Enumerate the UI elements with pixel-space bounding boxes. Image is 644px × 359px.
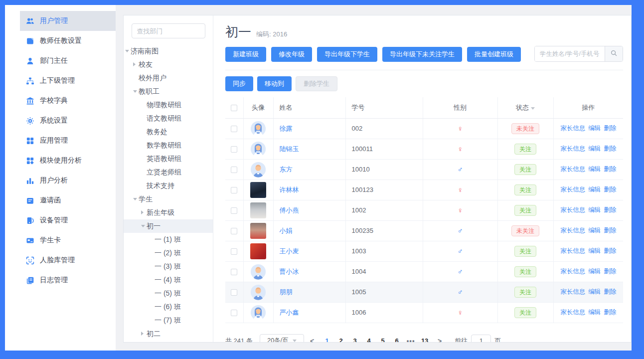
tree-node[interactable]: 一 (6) 班: [124, 300, 213, 314]
tree-node[interactable]: 学生: [124, 192, 213, 206]
student-name-link[interactable]: 朋朋: [280, 288, 293, 296]
edit-link[interactable]: 编辑: [588, 186, 601, 193]
row-checkbox[interactable]: [231, 248, 237, 255]
tree-node[interactable]: 一 (1) 班: [124, 233, 213, 246]
row-checkbox[interactable]: [231, 207, 237, 214]
tree-node[interactable]: 济南南图: [124, 44, 213, 58]
edit-link[interactable]: 编辑: [588, 125, 601, 132]
batch-create-class-button[interactable]: 批量创建班级: [467, 47, 521, 62]
parent-info-link[interactable]: 家长信息: [560, 206, 585, 213]
sidebar-item-apps[interactable]: 应用管理: [20, 131, 116, 151]
col-header-status[interactable]: 状态: [497, 97, 553, 118]
tree-node[interactable]: 一 (3) 班: [124, 260, 213, 273]
tree-node[interactable]: 一 (7) 班: [124, 314, 213, 327]
delete-link[interactable]: 删除: [604, 186, 616, 193]
tree-node[interactable]: 立贤老师组: [124, 166, 213, 179]
sidebar-item-assignment[interactable]: 教师任教设置: [20, 31, 116, 51]
tree-node[interactable]: 初三: [124, 341, 213, 342]
student-name-link[interactable]: 曹小冰: [280, 268, 299, 275]
student-name-link[interactable]: 徐露: [280, 125, 293, 132]
student-name-link[interactable]: 王小麦: [280, 247, 299, 255]
sidebar-item-school[interactable]: 学校字典: [20, 91, 116, 111]
page-number[interactable]: 2: [334, 337, 348, 342]
delete-link[interactable]: 删除: [604, 309, 616, 316]
tree-node[interactable]: 英语教研组: [124, 152, 213, 166]
page-number[interactable]: 4: [362, 337, 376, 342]
tree-node[interactable]: 校友: [124, 58, 213, 71]
delete-link[interactable]: 删除: [604, 166, 616, 173]
row-checkbox[interactable]: [231, 269, 237, 275]
edit-link[interactable]: 编辑: [588, 227, 601, 234]
edit-link[interactable]: 编辑: [588, 288, 601, 295]
create-class-button[interactable]: 新建班级: [225, 47, 266, 62]
tree-node[interactable]: 数学教研组: [124, 139, 213, 152]
export-students-button[interactable]: 导出年级下学生: [317, 47, 377, 62]
delete-students-button[interactable]: 删除学生: [296, 76, 337, 91]
delete-link[interactable]: 删除: [604, 247, 616, 254]
edit-link[interactable]: 编辑: [588, 145, 601, 152]
tree-node[interactable]: 新生年级: [124, 206, 213, 219]
sidebar-item-device[interactable]: 设备管理: [20, 210, 116, 230]
student-name-link[interactable]: 严小鑫: [280, 309, 299, 316]
delete-link[interactable]: 删除: [604, 206, 616, 213]
sidebar-item-person[interactable]: 部门主任: [20, 51, 116, 71]
parent-info-link[interactable]: 家长信息: [560, 309, 585, 316]
parent-info-link[interactable]: 家长信息: [560, 288, 585, 295]
row-checkbox[interactable]: [231, 228, 237, 234]
student-search-input[interactable]: [535, 46, 605, 61]
sidebar-item-face[interactable]: 人脸库管理: [20, 250, 116, 270]
tree-node[interactable]: 一 (2) 班: [124, 246, 213, 260]
department-search-input[interactable]: [132, 23, 205, 38]
search-button[interactable]: [605, 46, 623, 61]
goto-page-input[interactable]: [471, 335, 491, 343]
parent-info-link[interactable]: 家长信息: [560, 247, 585, 254]
sync-button[interactable]: 同步: [225, 76, 253, 91]
delete-link[interactable]: 删除: [604, 288, 616, 295]
tree-node[interactable]: 一 (5) 班: [124, 287, 213, 300]
sidebar-item-modules[interactable]: 模块使用分析: [20, 151, 116, 171]
page-number[interactable]: 5: [376, 337, 390, 342]
tree-node[interactable]: 一 (4) 班: [124, 273, 213, 287]
select-all-checkbox[interactable]: [231, 105, 237, 111]
row-checkbox[interactable]: [231, 167, 237, 173]
student-name-link[interactable]: 小娟: [280, 227, 293, 234]
sidebar-item-logs[interactable]: 日志管理: [20, 270, 116, 290]
tree-node[interactable]: 初二: [124, 327, 213, 341]
sidebar-item-invitation[interactable]: 邀请函: [20, 190, 116, 210]
tree-node[interactable]: 教职工: [124, 85, 213, 98]
delete-link[interactable]: 删除: [604, 268, 616, 275]
sidebar-item-card[interactable]: 学生卡: [20, 230, 116, 250]
row-checkbox[interactable]: [231, 289, 237, 296]
export-unfollowed-button[interactable]: 导出年级下未关注学生: [382, 47, 462, 62]
edit-link[interactable]: 编辑: [588, 309, 601, 316]
parent-info-link[interactable]: 家长信息: [560, 166, 585, 173]
parent-info-link[interactable]: 家长信息: [560, 268, 585, 275]
tree-node[interactable]: 初一: [124, 219, 213, 233]
move-to-button[interactable]: 移动到: [257, 76, 292, 91]
tree-node[interactable]: 物理教研组: [124, 98, 213, 112]
page-number[interactable]: 3: [348, 337, 362, 342]
edit-link[interactable]: 编辑: [588, 166, 601, 173]
sidebar-item-gear[interactable]: 系统设置: [20, 111, 116, 131]
student-name-link[interactable]: 傅小燕: [280, 206, 299, 214]
row-checkbox[interactable]: [231, 146, 237, 153]
sidebar-item-users[interactable]: 用户管理: [20, 11, 116, 31]
row-checkbox[interactable]: [231, 126, 237, 132]
edit-link[interactable]: 编辑: [588, 206, 601, 213]
edit-link[interactable]: 编辑: [588, 268, 601, 275]
page-number[interactable]: 6: [390, 337, 404, 342]
prev-page-button[interactable]: <: [310, 337, 314, 343]
tree-node[interactable]: 技术支持: [124, 179, 213, 192]
delete-link[interactable]: 删除: [604, 227, 616, 234]
sidebar-item-chart[interactable]: 用户分析: [20, 171, 116, 190]
student-name-link[interactable]: 陆锦玉: [280, 145, 299, 153]
page-size-select[interactable]: 20条/页: [260, 334, 304, 343]
next-page-button[interactable]: >: [438, 337, 442, 343]
page-number[interactable]: 1: [320, 337, 334, 342]
row-checkbox[interactable]: [231, 187, 237, 193]
sidebar-item-hierarchy[interactable]: 上下级管理: [20, 71, 116, 91]
page-number[interactable]: 13: [418, 337, 432, 342]
tree-node[interactable]: 校外用户: [124, 71, 213, 85]
delete-link[interactable]: 删除: [604, 125, 616, 132]
parent-info-link[interactable]: 家长信息: [560, 125, 585, 132]
